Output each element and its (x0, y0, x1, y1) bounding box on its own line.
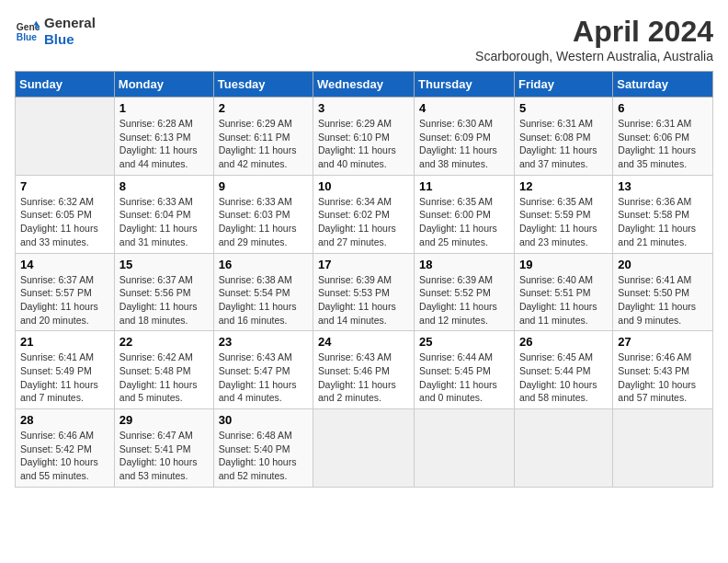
table-row: 8Sunrise: 6:33 AM Sunset: 6:04 PM Daylig… (114, 175, 213, 253)
logo-blue: Blue (44, 31, 96, 48)
day-number: 13 (618, 179, 708, 193)
day-info: Sunrise: 6:29 AM Sunset: 6:11 PM Dayligh… (219, 117, 308, 171)
table-row: 13Sunrise: 6:36 AM Sunset: 5:58 PM Dayli… (613, 175, 713, 253)
day-info: Sunrise: 6:45 AM Sunset: 5:44 PM Dayligh… (519, 350, 608, 405)
day-number: 7 (20, 179, 109, 193)
day-number: 21 (20, 335, 109, 349)
table-row (514, 409, 612, 488)
day-number: 24 (318, 335, 409, 349)
header-row: Sunday Monday Tuesday Wednesday Thursday… (16, 72, 713, 98)
table-row: 22Sunrise: 6:42 AM Sunset: 5:48 PM Dayli… (114, 331, 213, 409)
day-number: 11 (419, 179, 509, 193)
header-friday: Friday (514, 72, 612, 98)
table-row: 12Sunrise: 6:35 AM Sunset: 5:59 PM Dayli… (514, 175, 612, 253)
day-info: Sunrise: 6:41 AM Sunset: 5:49 PM Dayligh… (20, 350, 109, 405)
calendar-table: Sunday Monday Tuesday Wednesday Thursday… (15, 71, 713, 488)
table-row: 27Sunrise: 6:46 AM Sunset: 5:43 PM Dayli… (613, 331, 713, 409)
page-header: General Blue General Blue April 2024 Sca… (15, 15, 713, 63)
day-info: Sunrise: 6:46 AM Sunset: 5:43 PM Dayligh… (618, 350, 708, 405)
day-number: 23 (219, 335, 308, 349)
table-row: 14Sunrise: 6:37 AM Sunset: 5:57 PM Dayli… (16, 253, 115, 331)
table-row: 4Sunrise: 6:30 AM Sunset: 6:09 PM Daylig… (415, 98, 515, 176)
day-info: Sunrise: 6:44 AM Sunset: 5:45 PM Dayligh… (419, 350, 509, 405)
table-row: 24Sunrise: 6:43 AM Sunset: 5:46 PM Dayli… (313, 331, 415, 409)
table-row: 21Sunrise: 6:41 AM Sunset: 5:49 PM Dayli… (16, 331, 115, 409)
table-row: 26Sunrise: 6:45 AM Sunset: 5:44 PM Dayli… (514, 331, 612, 409)
month-title: April 2024 (475, 15, 713, 49)
day-info: Sunrise: 6:42 AM Sunset: 5:48 PM Dayligh… (119, 350, 209, 405)
day-number: 2 (219, 101, 308, 115)
table-row (313, 409, 415, 488)
header-tuesday: Tuesday (213, 72, 313, 98)
day-info: Sunrise: 6:37 AM Sunset: 5:56 PM Dayligh… (119, 273, 209, 327)
day-number: 19 (519, 258, 608, 271)
day-info: Sunrise: 6:39 AM Sunset: 5:52 PM Dayligh… (419, 273, 509, 327)
day-info: Sunrise: 6:33 AM Sunset: 6:03 PM Dayligh… (219, 195, 308, 249)
table-row: 29Sunrise: 6:47 AM Sunset: 5:41 PM Dayli… (114, 409, 213, 488)
day-info: Sunrise: 6:35 AM Sunset: 5:59 PM Dayligh… (519, 195, 608, 249)
day-number: 26 (519, 335, 608, 349)
day-number: 9 (219, 179, 308, 193)
day-number: 16 (219, 258, 308, 271)
day-number: 20 (618, 258, 708, 271)
header-wednesday: Wednesday (313, 72, 415, 98)
day-number: 27 (618, 335, 708, 349)
day-info: Sunrise: 6:37 AM Sunset: 5:57 PM Dayligh… (20, 273, 109, 327)
day-info: Sunrise: 6:33 AM Sunset: 6:04 PM Dayligh… (119, 195, 209, 249)
table-row: 19Sunrise: 6:40 AM Sunset: 5:51 PM Dayli… (514, 253, 612, 331)
day-info: Sunrise: 6:39 AM Sunset: 5:53 PM Dayligh… (318, 273, 409, 327)
day-number: 3 (318, 101, 409, 115)
day-info: Sunrise: 6:34 AM Sunset: 6:02 PM Dayligh… (318, 195, 409, 249)
day-number: 28 (20, 413, 109, 427)
day-number: 10 (318, 179, 409, 193)
day-info: Sunrise: 6:46 AM Sunset: 5:42 PM Dayligh… (20, 429, 109, 483)
table-row: 7Sunrise: 6:32 AM Sunset: 6:05 PM Daylig… (16, 175, 115, 253)
table-row: 11Sunrise: 6:35 AM Sunset: 6:00 PM Dayli… (415, 175, 515, 253)
day-info: Sunrise: 6:48 AM Sunset: 5:40 PM Dayligh… (219, 429, 308, 483)
day-number: 25 (419, 335, 509, 349)
day-number: 1 (119, 101, 209, 115)
day-number: 5 (519, 101, 608, 115)
table-row: 15Sunrise: 6:37 AM Sunset: 5:56 PM Dayli… (114, 253, 213, 331)
day-number: 15 (119, 258, 209, 271)
day-info: Sunrise: 6:32 AM Sunset: 6:05 PM Dayligh… (20, 195, 109, 249)
day-number: 8 (119, 179, 209, 193)
day-info: Sunrise: 6:35 AM Sunset: 6:00 PM Dayligh… (419, 195, 509, 249)
table-row: 28Sunrise: 6:46 AM Sunset: 5:42 PM Dayli… (16, 409, 115, 488)
day-number: 17 (318, 258, 409, 271)
day-info: Sunrise: 6:29 AM Sunset: 6:10 PM Dayligh… (318, 117, 409, 171)
day-number: 30 (219, 413, 308, 427)
header-sunday: Sunday (16, 72, 115, 98)
day-info: Sunrise: 6:47 AM Sunset: 5:41 PM Dayligh… (119, 429, 209, 483)
day-info: Sunrise: 6:38 AM Sunset: 5:54 PM Dayligh… (219, 273, 308, 327)
table-row (613, 409, 713, 488)
table-row: 17Sunrise: 6:39 AM Sunset: 5:53 PM Dayli… (313, 253, 415, 331)
table-row (415, 409, 515, 488)
day-info: Sunrise: 6:43 AM Sunset: 5:47 PM Dayligh… (219, 350, 308, 405)
table-row: 10Sunrise: 6:34 AM Sunset: 6:02 PM Dayli… (313, 175, 415, 253)
logo-general: General (44, 15, 96, 31)
table-row: 30Sunrise: 6:48 AM Sunset: 5:40 PM Dayli… (213, 409, 313, 488)
header-saturday: Saturday (613, 72, 713, 98)
day-number: 6 (618, 101, 708, 115)
table-row: 23Sunrise: 6:43 AM Sunset: 5:47 PM Dayli… (213, 331, 313, 409)
table-row: 25Sunrise: 6:44 AM Sunset: 5:45 PM Dayli… (415, 331, 515, 409)
day-number: 22 (119, 335, 209, 349)
day-info: Sunrise: 6:40 AM Sunset: 5:51 PM Dayligh… (519, 273, 608, 327)
table-row: 9Sunrise: 6:33 AM Sunset: 6:03 PM Daylig… (213, 175, 313, 253)
header-monday: Monday (114, 72, 213, 98)
day-number: 4 (419, 101, 509, 115)
day-info: Sunrise: 6:28 AM Sunset: 6:13 PM Dayligh… (119, 117, 209, 171)
day-number: 29 (119, 413, 209, 427)
day-number: 12 (519, 179, 608, 193)
table-row: 6Sunrise: 6:31 AM Sunset: 6:06 PM Daylig… (613, 98, 713, 176)
day-info: Sunrise: 6:31 AM Sunset: 6:06 PM Dayligh… (618, 117, 708, 171)
logo: General Blue General Blue (15, 15, 96, 48)
header-thursday: Thursday (415, 72, 515, 98)
day-info: Sunrise: 6:41 AM Sunset: 5:50 PM Dayligh… (618, 273, 708, 327)
table-row (16, 98, 115, 176)
title-area: April 2024 Scarborough, Western Australi… (475, 15, 713, 63)
table-row: 2Sunrise: 6:29 AM Sunset: 6:11 PM Daylig… (213, 98, 313, 176)
day-info: Sunrise: 6:31 AM Sunset: 6:08 PM Dayligh… (519, 117, 608, 171)
day-info: Sunrise: 6:43 AM Sunset: 5:46 PM Dayligh… (318, 350, 409, 405)
